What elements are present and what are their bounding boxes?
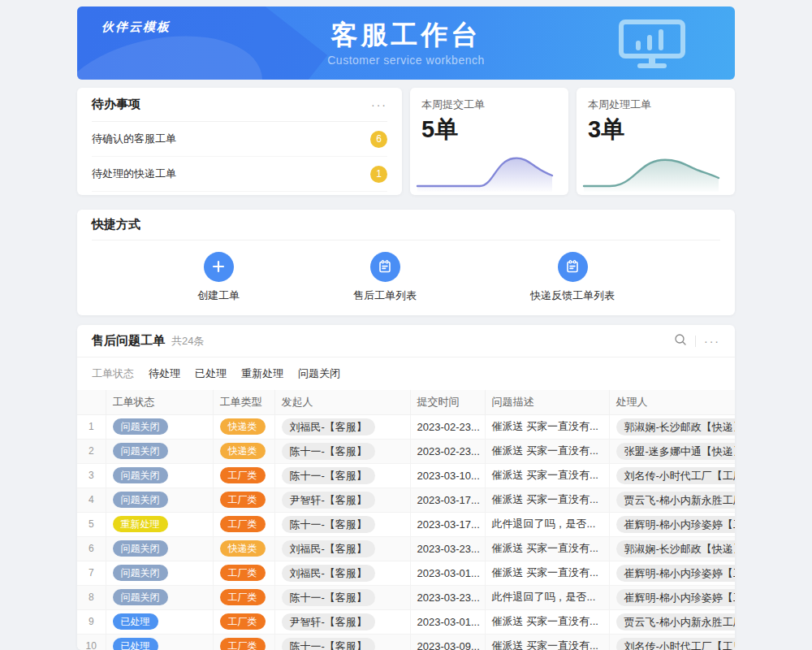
table-row[interactable]: 10 已处理 工厂类 陈十一-【客服】 2023-03-09... 催派送 买家…	[77, 634, 735, 650]
count-badge: 6	[370, 131, 387, 148]
submit-time: 2023-02-23...	[410, 414, 485, 439]
shortcuts-title: 快捷方式	[92, 210, 720, 240]
status-badge: 问题关闭	[113, 589, 168, 605]
handler-tag: 郭淑娴-长沙邮政【快递】	[616, 418, 736, 436]
handler-tag: 崔辉明-棉小内珍姿婷【工厂】	[616, 589, 736, 606]
initiator-tag: 刘福民-【客服】	[282, 418, 375, 436]
count-badge: 1	[370, 166, 387, 183]
initiator-tag: 陈十一-【客服】	[282, 443, 375, 460]
initiator-tag: 陈十一-【客服】	[282, 638, 375, 650]
submit-time: 2023-03-01...	[410, 561, 485, 585]
col-desc: 问题描述	[485, 390, 609, 414]
worksheet-card: 售后问题工单 共24条 ··· 工单状态 待处理 已处理 重新处理 问题关闭	[77, 325, 735, 650]
issue-desc: 此件退回了吗，是否...	[485, 512, 609, 536]
table-row[interactable]: 7 问题关闭 工厂类 刘福民-【客服】 2023-03-01... 催派送 买家…	[77, 561, 735, 585]
row-number: 9	[77, 609, 106, 634]
col-type: 工单类型	[213, 390, 274, 414]
status-badge: 问题关闭	[113, 492, 168, 508]
more-icon[interactable]: ···	[704, 335, 720, 348]
initiator-tag: 陈十一-【客服】	[282, 516, 375, 533]
page-subtitle: Customer service workbench	[327, 54, 485, 67]
table-row[interactable]: 1 问题关闭 快递类 刘福民-【客服】 2023-02-23... 催派送 买家…	[77, 414, 735, 439]
type-badge: 工厂类	[220, 638, 266, 650]
initiator-tag: 陈十一-【客服】	[282, 467, 375, 484]
table-row[interactable]: 4 问题关闭 工厂类 尹智轩-【客服】 2023-03-17... 催派送 买家…	[77, 488, 735, 512]
row-number: 10	[77, 634, 106, 650]
issue-desc: 催派送 买家一直没有...	[485, 439, 609, 463]
issue-desc: 此件退回了吗，是否...	[485, 585, 609, 609]
more-icon[interactable]: ···	[371, 98, 387, 111]
type-badge: 工厂类	[220, 589, 266, 605]
ticket-table: 工单状态 工单类型 发起人 提交时间 问题描述 处理人 1 问题关闭 快递类 刘…	[77, 390, 735, 650]
shortcut-label: 创建工单	[197, 288, 240, 303]
stat-card-processed: 本周处理工单 3单	[577, 88, 735, 195]
col-initiator: 发起人	[274, 390, 410, 414]
stat-value: 5单	[421, 114, 557, 146]
status-badge: 已处理	[113, 638, 158, 650]
status-badge: 问题关闭	[113, 467, 168, 483]
handler-tag: 张盟-迷多娜中通【快递】	[616, 443, 736, 460]
table-row[interactable]: 3 问题关闭 工厂类 陈十一-【客服】 2023-03-10... 催派送 买家…	[77, 463, 735, 488]
shortcuts-card: 快捷方式 创建工单 售后工单列表	[77, 210, 735, 315]
initiator-tag: 刘福民-【客服】	[282, 540, 375, 557]
status-badge: 已处理	[113, 613, 158, 630]
type-badge: 快递类	[220, 418, 266, 435]
header-banner: 伙伴云模板 客服工作台 Customer service workbench	[77, 6, 735, 80]
table-row[interactable]: 6 问题关闭 快递类 刘福民-【客服】 2023-03-23... 催派送 买家…	[77, 536, 735, 561]
shortcut-label: 售后工单列表	[353, 288, 417, 303]
todo-item-label: 待处理的快递工单	[92, 167, 176, 181]
filter-renew[interactable]: 重新处理	[241, 366, 283, 381]
handler-tag: 贾云飞-棉小内新永胜工厂【工厂】	[616, 492, 736, 509]
sparkline-purple	[415, 150, 555, 192]
row-number: 5	[77, 512, 106, 536]
submit-time: 2023-02-23...	[410, 439, 485, 463]
submit-time: 2023-03-01...	[410, 609, 485, 634]
issue-desc: 催派送 买家一直没有...	[485, 414, 609, 439]
type-badge: 工厂类	[220, 613, 266, 630]
row-number: 3	[77, 463, 106, 488]
worksheet-title: 售后问题工单	[92, 333, 165, 349]
stat-value: 3单	[588, 114, 723, 146]
shortcut-express-feedback-list[interactable]: 快递反馈工单列表	[530, 252, 615, 303]
type-badge: 工厂类	[220, 516, 266, 532]
monitor-chart-icon	[616, 19, 688, 72]
clipboard-icon	[370, 252, 400, 282]
record-count: 共24条	[171, 334, 204, 349]
issue-desc: 催派送 买家一直没有...	[485, 536, 609, 561]
col-handler: 处理人	[609, 390, 735, 414]
type-badge: 工厂类	[220, 565, 266, 581]
table-row[interactable]: 8 问题关闭 工厂类 陈十一-【客服】 2023-03-23... 此件退回了吗…	[77, 585, 735, 609]
status-filter-bar: 工单状态 待处理 已处理 重新处理 问题关闭	[77, 358, 735, 390]
filter-pending[interactable]: 待处理	[149, 366, 180, 381]
handler-tag: 贾云飞-棉小内新永胜工厂【工厂】	[616, 613, 736, 630]
divider	[695, 336, 696, 347]
filter-closed[interactable]: 问题关闭	[298, 366, 340, 381]
submit-time: 2023-03-09...	[410, 634, 485, 650]
handler-tag: 郭淑娴-长沙邮政【快递】	[616, 540, 736, 557]
status-badge: 问题关闭	[113, 443, 168, 459]
stat-label: 本周提交工单	[421, 98, 557, 112]
shortcut-label: 快递反馈工单列表	[530, 288, 615, 303]
submit-time: 2023-03-17...	[410, 488, 485, 512]
shortcut-create-ticket[interactable]: 创建工单	[197, 252, 240, 303]
issue-desc: 催派送 买家一直没有...	[485, 609, 609, 634]
todo-item-label: 待确认的客服工单	[92, 132, 176, 146]
filter-label: 工单状态	[92, 366, 134, 381]
initiator-tag: 尹智轩-【客服】	[282, 492, 375, 509]
todo-item-pending-confirm[interactable]: 待确认的客服工单 6	[92, 122, 387, 157]
filter-done[interactable]: 已处理	[195, 366, 227, 381]
row-number: 8	[77, 585, 106, 609]
submit-time: 2023-03-23...	[410, 585, 485, 609]
todo-item-pending-express[interactable]: 待处理的快递工单 1	[92, 157, 387, 192]
search-icon[interactable]	[674, 333, 687, 349]
sparkline-teal	[581, 150, 722, 192]
shortcut-aftersale-list[interactable]: 售后工单列表	[353, 252, 417, 303]
table-row[interactable]: 5 重新处理 工厂类 陈十一-【客服】 2023-03-17... 此件退回了吗…	[77, 512, 735, 536]
status-badge: 问题关闭	[113, 540, 168, 557]
table-row[interactable]: 2 问题关闭 快递类 陈十一-【客服】 2023-02-23... 催派送 买家…	[77, 439, 735, 463]
col-time: 提交时间	[410, 390, 485, 414]
status-badge: 问题关闭	[113, 565, 168, 581]
issue-desc: 催派送 买家一直没有...	[485, 634, 609, 650]
type-badge: 快递类	[220, 540, 266, 557]
table-row[interactable]: 9 已处理 工厂类 尹智轩-【客服】 2023-03-01... 催派送 买家一…	[77, 609, 735, 634]
